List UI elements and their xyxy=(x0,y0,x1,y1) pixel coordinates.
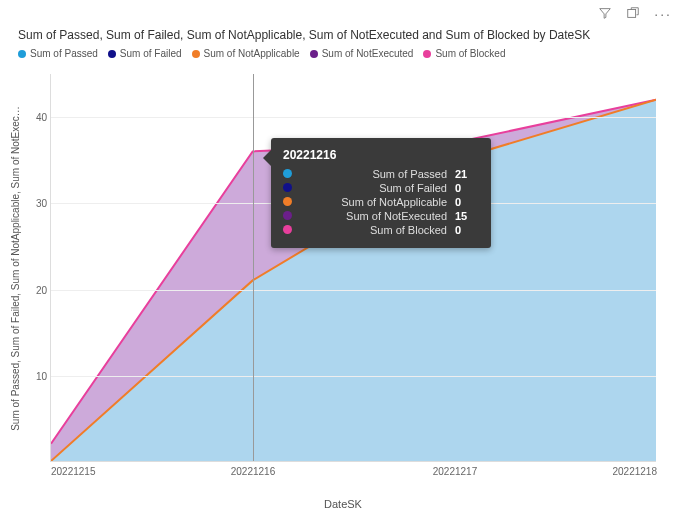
tooltip-header: 20221216 xyxy=(283,148,477,162)
chart-svg xyxy=(51,74,656,461)
tooltip-value: 15 xyxy=(455,210,477,222)
tooltip-dot-icon xyxy=(283,183,292,192)
legend-label: Sum of NotApplicable xyxy=(204,48,300,59)
svg-rect-0 xyxy=(628,10,636,18)
tooltip-label: Sum of Blocked xyxy=(300,224,447,236)
x-tick-label: 20221218 xyxy=(613,466,658,477)
tooltip-row: Sum of Blocked0 xyxy=(283,224,477,236)
legend-dot xyxy=(18,50,26,58)
tooltip-label: Sum of NotApplicable xyxy=(300,196,447,208)
legend-item-notapplicable[interactable]: Sum of NotApplicable xyxy=(192,48,300,59)
more-options-icon[interactable]: ··· xyxy=(654,7,672,21)
legend-label: Sum of Passed xyxy=(30,48,98,59)
x-tick-label: 20221217 xyxy=(433,466,478,477)
tooltip-dot-icon xyxy=(283,225,292,234)
tooltip-row: Sum of NotExecuted15 xyxy=(283,210,477,222)
tooltip-value: 21 xyxy=(455,168,477,180)
y-tick-label: 10 xyxy=(23,370,47,381)
tooltip-dot-icon xyxy=(283,211,292,220)
legend-item-failed[interactable]: Sum of Failed xyxy=(108,48,182,59)
chart-plot-area[interactable]: 10203040 2022121520221216202212172022121… xyxy=(50,74,656,462)
legend-item-blocked[interactable]: Sum of Blocked xyxy=(423,48,505,59)
tooltip-label: Sum of NotExecuted xyxy=(300,210,447,222)
tooltip-dot-icon xyxy=(283,169,292,178)
tooltip-row: Sum of NotApplicable0 xyxy=(283,196,477,208)
legend-label: Sum of NotExecuted xyxy=(322,48,414,59)
chart-toolbar: ··· xyxy=(598,6,672,22)
x-tick-label: 20221215 xyxy=(51,466,96,477)
legend-dot xyxy=(192,50,200,58)
tooltip-value: 0 xyxy=(455,182,477,194)
legend-item-notexecuted[interactable]: Sum of NotExecuted xyxy=(310,48,414,59)
chart-tooltip: 20221216 Sum of Passed21Sum of Failed0Su… xyxy=(271,138,491,248)
chart-title: Sum of Passed, Sum of Failed, Sum of Not… xyxy=(18,28,668,42)
legend-label: Sum of Failed xyxy=(120,48,182,59)
legend-dot xyxy=(310,50,318,58)
filter-icon[interactable] xyxy=(598,6,612,22)
legend-item-passed[interactable]: Sum of Passed xyxy=(18,48,98,59)
legend-dot xyxy=(423,50,431,58)
tooltip-row: Sum of Passed21 xyxy=(283,168,477,180)
hover-guideline xyxy=(253,74,254,461)
tooltip-label: Sum of Passed xyxy=(300,168,447,180)
y-tick-label: 40 xyxy=(23,112,47,123)
chart-legend: Sum of Passed Sum of Failed Sum of NotAp… xyxy=(18,48,505,59)
tooltip-row: Sum of Failed0 xyxy=(283,182,477,194)
y-tick-label: 30 xyxy=(23,198,47,209)
legend-label: Sum of Blocked xyxy=(435,48,505,59)
x-tick-label: 20221216 xyxy=(231,466,276,477)
tooltip-value: 0 xyxy=(455,224,477,236)
x-axis-label: DateSK xyxy=(0,498,686,510)
y-tick-label: 20 xyxy=(23,284,47,295)
tooltip-value: 0 xyxy=(455,196,477,208)
focus-mode-icon[interactable] xyxy=(626,6,640,22)
y-axis-label: Sum of Passed, Sum of Failed, Sum of Not… xyxy=(8,74,22,462)
legend-dot xyxy=(108,50,116,58)
tooltip-label: Sum of Failed xyxy=(300,182,447,194)
tooltip-dot-icon xyxy=(283,197,292,206)
